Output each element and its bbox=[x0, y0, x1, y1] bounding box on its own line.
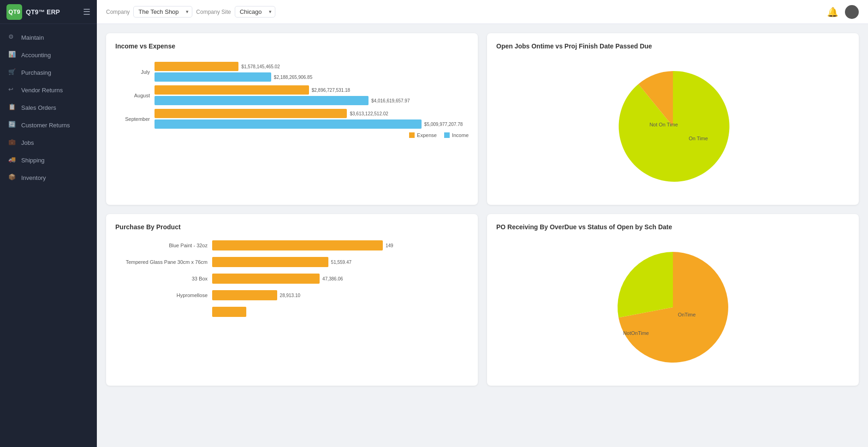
expense-legend: Expense bbox=[409, 132, 437, 138]
hamburger-icon[interactable]: ☰ bbox=[83, 7, 90, 17]
hbar-row: Hypromellose 28,913.10 bbox=[115, 290, 469, 300]
income-bar bbox=[155, 96, 369, 105]
on-time-label: On Time bbox=[689, 136, 708, 141]
income-bar-row: $5,009,977,207.78 bbox=[155, 119, 469, 129]
not-on-time-label-po: NotOnTime bbox=[623, 330, 649, 336]
open-jobs-pie: Not On Time On Time bbox=[608, 62, 737, 191]
sidebar-item-label: Maintain bbox=[21, 34, 44, 41]
sidebar-item-maintain[interactable]: ⚙ Maintain bbox=[0, 29, 97, 46]
open-jobs-title: Open Jobs Ontime vs Proj Finish Date Pas… bbox=[496, 42, 850, 50]
income-bar bbox=[155, 119, 422, 129]
topbar: Company The Tech Shop Company Site Chica… bbox=[97, 0, 868, 24]
open-jobs-pie-container: Not On Time On Time bbox=[496, 57, 850, 196]
product-label: 33 Box bbox=[115, 276, 208, 281]
sidebar-item-label: Accounting bbox=[21, 52, 51, 59]
product-bar bbox=[212, 257, 328, 267]
sidebar-item-jobs[interactable]: 💼 Jobs bbox=[0, 134, 97, 151]
purchasing-icon: 🛒 bbox=[8, 68, 17, 77]
site-select-wrapper: Chicago bbox=[235, 6, 275, 18]
sales-orders-icon: 📋 bbox=[8, 103, 17, 112]
product-bar bbox=[212, 240, 383, 250]
month-label: September bbox=[115, 116, 150, 122]
not-on-time-label: Not On Time bbox=[649, 122, 678, 127]
not-on-time-slice-po bbox=[618, 252, 673, 318]
sidebar-item-shipping[interactable]: 🚚 Shipping bbox=[0, 151, 97, 169]
income-legend-label: Income bbox=[452, 132, 469, 138]
expense-value: $1,578,145,465.02 bbox=[241, 64, 279, 69]
sidebar-item-label: Vendor Returns bbox=[21, 87, 63, 94]
accounting-icon: 📊 bbox=[8, 51, 17, 59]
maintain-icon: ⚙ bbox=[8, 33, 17, 42]
sidebar-item-label: Customer Returns bbox=[21, 122, 70, 129]
jobs-icon: 💼 bbox=[8, 138, 17, 147]
bar-outer: $2,896,727,531.18 $4,016,619,657.97 bbox=[155, 85, 469, 105]
income-bar-row: $2,188,265,906.85 bbox=[155, 72, 469, 82]
expense-bar-row: $3,613,122,512.02 bbox=[155, 109, 469, 118]
expense-legend-label: Expense bbox=[417, 132, 437, 138]
income-expense-legend: Expense Income bbox=[115, 132, 469, 138]
income-bar-row: $4,016,619,657.97 bbox=[155, 96, 469, 105]
purchase-by-product-card: Purchase By Product Blue Paint - 32oz 14… bbox=[106, 214, 478, 386]
sidebar-item-sales-orders[interactable]: 📋 Sales Orders bbox=[0, 99, 97, 116]
on-time-label-po: OnTime bbox=[678, 312, 696, 317]
sidebar-item-label: Sales Orders bbox=[21, 104, 56, 111]
sidebar-item-label: Jobs bbox=[21, 139, 34, 146]
sidebar-item-label: Inventory bbox=[21, 174, 46, 181]
open-jobs-card: Open Jobs Ontime vs Proj Finish Date Pas… bbox=[487, 33, 859, 205]
sidebar-item-inventory[interactable]: 📦 Inventory bbox=[0, 169, 97, 186]
po-receiving-pie-container: OnTime NotOnTime bbox=[496, 238, 850, 376]
app-logo: QT9 bbox=[6, 4, 22, 20]
expense-bar bbox=[155, 62, 238, 71]
income-value: $4,016,619,657.97 bbox=[371, 98, 410, 103]
hbar-row: Blue Paint - 32oz 149 bbox=[115, 240, 469, 250]
purchase-by-product-title: Purchase By Product bbox=[115, 223, 469, 231]
sidebar-item-vendor-returns[interactable]: ↩ Vendor Returns bbox=[0, 81, 97, 99]
sidebar-item-accounting[interactable]: 📊 Accounting bbox=[0, 46, 97, 64]
inventory-icon: 📦 bbox=[8, 173, 17, 182]
expense-value: $2,896,727,531.18 bbox=[312, 88, 350, 93]
sidebar: QT9 QT9™ ERP ☰ ⚙ Maintain 📊 Accounting 🛒… bbox=[0, 0, 97, 447]
product-bar bbox=[212, 274, 320, 284]
hbar-row: 33 Box 47,386.06 bbox=[115, 274, 469, 284]
income-value: $5,009,977,207.78 bbox=[424, 122, 463, 127]
sidebar-item-label: Purchasing bbox=[21, 69, 51, 76]
sidebar-item-purchasing[interactable]: 🛒 Purchasing bbox=[0, 64, 97, 81]
sidebar-header: QT9 QT9™ ERP ☰ bbox=[0, 0, 97, 24]
dashboard-content: Income vs Expense July $1,578,145,465.02… bbox=[97, 24, 868, 447]
product-bar bbox=[212, 290, 277, 300]
company-label: Company bbox=[106, 9, 130, 15]
income-vs-expense-chart: July $1,578,145,465.02 $2,188,265,906.85… bbox=[115, 57, 469, 143]
bar-outer: $3,613,122,512.02 $5,009,977,207.78 bbox=[155, 109, 469, 129]
expense-bar bbox=[155, 85, 309, 95]
app-name: QT9™ ERP bbox=[26, 8, 60, 16]
customer-returns-icon: 🔄 bbox=[8, 121, 17, 129]
month-label: August bbox=[115, 93, 150, 98]
sidebar-nav: ⚙ Maintain 📊 Accounting 🛒 Purchasing ↩ V… bbox=[0, 24, 97, 191]
sidebar-item-customer-returns[interactable]: 🔄 Customer Returns bbox=[0, 116, 97, 134]
hbar-row bbox=[115, 307, 469, 317]
expense-legend-dot bbox=[409, 132, 415, 138]
main-container: Company The Tech Shop Company Site Chica… bbox=[97, 0, 868, 447]
income-legend-dot bbox=[444, 132, 450, 138]
income-value: $2,188,265,906.85 bbox=[274, 75, 312, 80]
bar-group: September $3,613,122,512.02 $5,009,977,2… bbox=[115, 109, 469, 129]
expense-value: $3,613,122,512.02 bbox=[350, 111, 388, 116]
product-label: Tempered Glass Pane 30cm x 76cm bbox=[115, 259, 208, 265]
user-avatar[interactable] bbox=[845, 5, 859, 19]
po-receiving-card: PO Receiving By OverDue vs Status of Ope… bbox=[487, 214, 859, 386]
site-label: Company Site bbox=[196, 9, 231, 15]
income-vs-expense-card: Income vs Expense July $1,578,145,465.02… bbox=[106, 33, 478, 205]
product-label: Blue Paint - 32oz bbox=[115, 243, 208, 248]
shipping-icon: 🚚 bbox=[8, 156, 17, 164]
notification-icon[interactable]: 🔔 bbox=[827, 6, 838, 18]
hbar-row: Tempered Glass Pane 30cm x 76cm 51,559.4… bbox=[115, 257, 469, 267]
product-value: 51,559.47 bbox=[331, 260, 352, 265]
company-select[interactable]: The Tech Shop bbox=[133, 6, 192, 18]
purchase-by-product-chart: Blue Paint - 32oz 149 Tempered Glass Pan… bbox=[115, 238, 469, 326]
expense-bar-row: $2,896,727,531.18 bbox=[155, 85, 469, 95]
site-select[interactable]: Chicago bbox=[235, 6, 275, 18]
product-value: 47,386.06 bbox=[322, 276, 343, 281]
sidebar-item-label: Shipping bbox=[21, 157, 45, 164]
product-label: Hypromellose bbox=[115, 292, 208, 298]
product-value: 28,913.10 bbox=[280, 293, 301, 298]
